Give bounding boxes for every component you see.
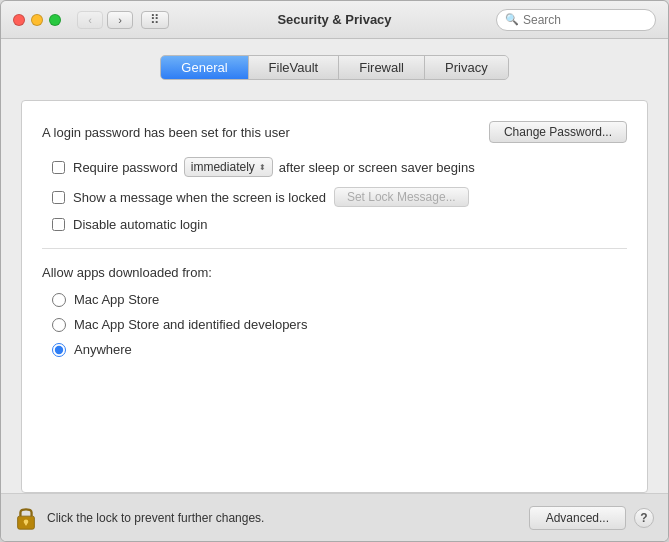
- disable-autologin-label: Disable automatic login: [73, 217, 207, 232]
- password-timing-value: immediately: [191, 160, 255, 174]
- disable-autologin-row: Disable automatic login: [52, 217, 627, 232]
- tab-privacy[interactable]: Privacy: [425, 56, 508, 79]
- radio-mac-app-store-row: Mac App Store: [52, 292, 627, 307]
- search-icon: 🔍: [505, 13, 519, 26]
- radio-mac-app-store-identified-row: Mac App Store and identified developers: [52, 317, 627, 332]
- show-message-label: Show a message when the screen is locked: [73, 190, 326, 205]
- tab-group: General FileVault Firewall Privacy: [160, 55, 508, 80]
- anywhere-label: Anywhere: [74, 342, 132, 357]
- maximize-button[interactable]: [49, 14, 61, 26]
- content-area: General FileVault Firewall Privacy A log…: [1, 39, 668, 493]
- allow-apps-label: Allow apps downloaded from:: [42, 265, 627, 280]
- window-title: Security & Privacy: [277, 12, 391, 27]
- tab-bar: General FileVault Firewall Privacy: [21, 55, 648, 80]
- login-section: A login password has been set for this u…: [42, 121, 627, 143]
- show-message-checkbox[interactable]: [52, 191, 65, 204]
- lock-text: Click the lock to prevent further change…: [47, 511, 529, 525]
- radio-anywhere-row: Anywhere: [52, 342, 627, 357]
- nav-buttons: ‹ ›: [77, 11, 133, 29]
- tab-firewall[interactable]: Firewall: [339, 56, 425, 79]
- mac-app-store-identified-label: Mac App Store and identified developers: [74, 317, 307, 332]
- tab-general[interactable]: General: [161, 56, 248, 79]
- advanced-button[interactable]: Advanced...: [529, 506, 626, 530]
- titlebar: ‹ › ⠿ Security & Privacy 🔍: [1, 1, 668, 39]
- divider: [42, 248, 627, 249]
- password-timing-dropdown[interactable]: immediately ⬍: [184, 157, 273, 177]
- help-icon: ?: [640, 511, 647, 525]
- back-button[interactable]: ‹: [77, 11, 103, 29]
- change-password-button[interactable]: Change Password...: [489, 121, 627, 143]
- svg-rect-2: [25, 521, 27, 525]
- main-panel: A login password has been set for this u…: [21, 100, 648, 493]
- require-password-row: Require password immediately ⬍ after sle…: [52, 157, 627, 177]
- grid-icon: ⠿: [150, 12, 160, 27]
- help-button[interactable]: ?: [634, 508, 654, 528]
- require-password-label: Require password: [73, 160, 178, 175]
- mac-app-store-label: Mac App Store: [74, 292, 159, 307]
- forward-button[interactable]: ›: [107, 11, 133, 29]
- minimize-button[interactable]: [31, 14, 43, 26]
- lock-icon[interactable]: [15, 505, 37, 531]
- search-box: 🔍: [496, 9, 656, 31]
- set-lock-message-button[interactable]: Set Lock Message...: [334, 187, 469, 207]
- require-password-checkbox[interactable]: [52, 161, 65, 174]
- show-message-row: Show a message when the screen is locked…: [52, 187, 627, 207]
- search-input[interactable]: [523, 13, 647, 27]
- tab-filevault[interactable]: FileVault: [249, 56, 340, 79]
- bottom-bar: Click the lock to prevent further change…: [1, 493, 668, 541]
- radio-mac-app-store-identified[interactable]: [52, 318, 66, 332]
- grid-button[interactable]: ⠿: [141, 11, 169, 29]
- radio-mac-app-store[interactable]: [52, 293, 66, 307]
- dropdown-arrow-icon: ⬍: [259, 163, 266, 172]
- close-button[interactable]: [13, 14, 25, 26]
- require-password-suffix: after sleep or screen saver begins: [279, 160, 475, 175]
- traffic-lights: [13, 14, 61, 26]
- login-label: A login password has been set for this u…: [42, 125, 489, 140]
- window: ‹ › ⠿ Security & Privacy 🔍 General FileV…: [0, 0, 669, 542]
- disable-autologin-checkbox[interactable]: [52, 218, 65, 231]
- radio-anywhere[interactable]: [52, 343, 66, 357]
